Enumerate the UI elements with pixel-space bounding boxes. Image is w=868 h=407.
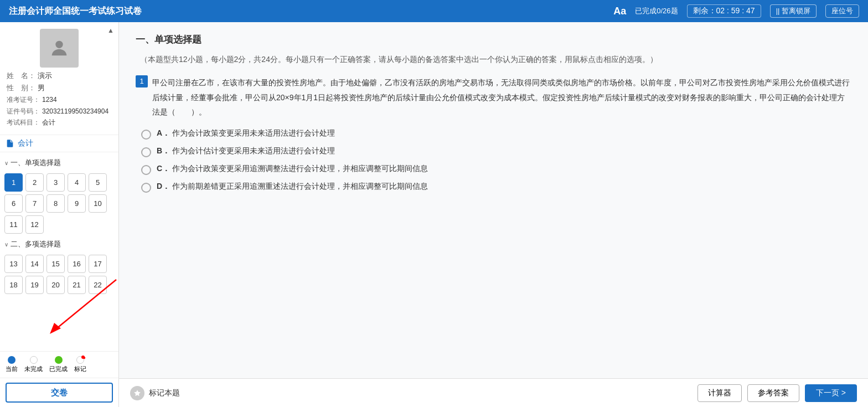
question-btn-2[interactable]: 2 bbox=[25, 173, 44, 192]
name-label: 姓 名： bbox=[7, 70, 35, 82]
subject-nav[interactable]: 会计 bbox=[0, 135, 118, 152]
timer-box: 剩余：02 : 59 : 47 bbox=[687, 4, 761, 18]
legend-area: 当前 未完成 已完成 ● 标记 bbox=[0, 351, 118, 378]
question-btn-1[interactable]: 1 bbox=[4, 173, 23, 192]
question-btn-21[interactable]: 21 bbox=[68, 276, 86, 294]
cert-label: 证件号码： bbox=[7, 106, 40, 117]
legend-complete-label: 已完成 bbox=[49, 365, 68, 373]
dot-complete bbox=[55, 356, 63, 364]
subject-nav-label: 会计 bbox=[18, 138, 33, 148]
section1-grid: 123456789101112 bbox=[4, 170, 114, 237]
profile-info: 姓 名： 演示 性 别： 男 准考证号： 1234 证件号码： 32032119… bbox=[7, 70, 112, 128]
profile-area: ▲ 姓 名： 演示 性 别： 男 准考证号： 1234 bbox=[0, 22, 118, 135]
legend-marked: ● 标记 bbox=[74, 356, 86, 373]
mark-button[interactable]: 标记本题 bbox=[130, 386, 180, 400]
radio-b bbox=[141, 147, 151, 157]
question-nav: ∨ 一、单项选择题 123456789101112 ∨ 二、多项选择题 1314… bbox=[0, 152, 118, 351]
question-btn-16[interactable]: 16 bbox=[68, 255, 86, 273]
section1-label: 一、单项选择题 bbox=[11, 158, 61, 168]
avatar bbox=[40, 29, 79, 68]
progress-label: 已完成0/26题 bbox=[635, 6, 678, 16]
option-label-c: C． bbox=[157, 164, 170, 173]
section1-header[interactable]: ∨ 一、单项选择题 bbox=[4, 156, 114, 170]
exam-num-label: 准考证号： bbox=[7, 94, 40, 105]
dot-current bbox=[8, 356, 16, 364]
svg-point-0 bbox=[55, 41, 63, 48]
mark-icon bbox=[130, 386, 144, 400]
collapse-profile-button[interactable]: ▲ bbox=[107, 27, 114, 34]
submit-button[interactable]: 交卷 bbox=[6, 383, 113, 403]
section2-grid: 13141516171819202122 bbox=[4, 251, 114, 297]
reference-answer-button[interactable]: 参考答案 bbox=[747, 384, 799, 402]
legend-current: 当前 bbox=[6, 356, 18, 373]
radio-c bbox=[141, 165, 151, 175]
section2-chevron: ∨ bbox=[4, 241, 8, 248]
question-btn-8[interactable]: 8 bbox=[46, 194, 65, 213]
question-btn-15[interactable]: 15 bbox=[46, 255, 65, 273]
option-a[interactable]: A．作为会计政策变更采用未来适用法进行会计处理 bbox=[141, 128, 851, 140]
option-label-b: B． bbox=[157, 146, 170, 155]
bottom-right-buttons: 计算器 参考答案 下一页 > bbox=[698, 384, 857, 402]
question-btn-17[interactable]: 17 bbox=[89, 255, 107, 273]
bookmark-icon bbox=[133, 389, 141, 397]
question-number-badge: 1 bbox=[136, 75, 148, 87]
question-btn-22[interactable]: 22 bbox=[89, 276, 107, 294]
cert-value: 320321199503234904 bbox=[42, 106, 108, 117]
timer-label: 剩余：02 : 59 : 47 bbox=[693, 6, 755, 15]
legend-complete: 已完成 bbox=[49, 356, 68, 373]
legend-marked-label: 标记 bbox=[74, 365, 86, 373]
question-btn-18[interactable]: 18 bbox=[4, 276, 23, 294]
question-btn-14[interactable]: 14 bbox=[25, 255, 44, 273]
option-label-a: A． bbox=[157, 128, 170, 137]
option-text-d: 作为前期差错更正采用追溯重述法进行会计处理，并相应调整可比期间信息 bbox=[172, 182, 428, 190]
font-icon[interactable]: Aa bbox=[613, 6, 626, 17]
legend-incomplete-label: 未完成 bbox=[24, 365, 43, 373]
question-text-content: 甲公司注册在乙市，在该市有大量的投资性房地产。由于地处偏僻，乙市没有活跃的房地产… bbox=[152, 75, 851, 120]
option-b[interactable]: B．作为会计估计变更采用未来适用法进行会计处理 bbox=[141, 146, 851, 157]
mark-label: 标记本题 bbox=[149, 388, 180, 398]
question-btn-13[interactable]: 13 bbox=[4, 255, 23, 273]
subject-value: 会计 bbox=[42, 117, 55, 128]
question-btn-10[interactable]: 10 bbox=[89, 194, 107, 213]
submit-area: 交卷 bbox=[0, 378, 118, 407]
radio-d bbox=[141, 183, 151, 193]
question-btn-5[interactable]: 5 bbox=[89, 173, 107, 192]
dot-incomplete bbox=[30, 356, 38, 364]
question-btn-4[interactable]: 4 bbox=[68, 173, 86, 192]
next-page-button[interactable]: 下一页 > bbox=[805, 384, 857, 402]
content-area: 一、单项选择题 （本题型共12小题，每小题2分，共24分。每小题只有一个正确答案… bbox=[119, 22, 868, 407]
pause-button[interactable]: || 暂离锁屏 bbox=[770, 4, 817, 18]
question-btn-3[interactable]: 3 bbox=[46, 173, 65, 192]
option-c[interactable]: C．作为会计政策变更采用追溯调整法进行会计处理，并相应调整可比期间信息 bbox=[141, 164, 851, 175]
question-btn-12[interactable]: 12 bbox=[25, 215, 44, 234]
sidebar: ▲ 姓 名： 演示 性 别： 男 准考证号： 1234 bbox=[0, 22, 119, 407]
section2-header[interactable]: ∨ 二、多项选择题 bbox=[4, 237, 114, 251]
legend-incomplete: 未完成 bbox=[24, 356, 43, 373]
section1-chevron: ∨ bbox=[4, 160, 8, 166]
option-text-b: 作为会计估计变更采用未来适用法进行会计处理 bbox=[172, 146, 335, 155]
option-text-c: 作为会计政策变更采用追溯调整法进行会计处理，并相应调整可比期间信息 bbox=[172, 164, 428, 173]
legend-current-label: 当前 bbox=[6, 365, 18, 373]
subject-label: 考试科目： bbox=[7, 117, 40, 128]
options-list: A．作为会计政策变更采用未来适用法进行会计处理 B．作为会计估计变更采用未来适用… bbox=[136, 128, 851, 193]
page-title: 注册会计师全国统一考试练习试卷 bbox=[9, 6, 142, 17]
gender-value: 男 bbox=[38, 82, 45, 94]
question-btn-20[interactable]: 20 bbox=[46, 276, 65, 294]
section-desc: （本题型共12小题，每小题2分，共24分。每小题只有一个正确答案，请从每小题的备… bbox=[136, 53, 851, 66]
option-d[interactable]: D．作为前期差错更正采用追溯重述法进行会计处理，并相应调整可比期间信息 bbox=[141, 182, 851, 193]
question-btn-7[interactable]: 7 bbox=[25, 194, 44, 213]
gender-label: 性 别： bbox=[7, 82, 35, 94]
option-label-d: D． bbox=[157, 182, 170, 190]
header-right: Aa 已完成0/26题 剩余：02 : 59 : 47 || 暂离锁屏 座位号 bbox=[613, 4, 859, 18]
bottom-toolbar: 标记本题 计算器 参考答案 下一页 > bbox=[119, 378, 868, 407]
question-btn-19[interactable]: 19 bbox=[25, 276, 44, 294]
calculator-button[interactable]: 计算器 bbox=[698, 384, 742, 402]
question-text: 1 甲公司注册在乙市，在该市有大量的投资性房地产。由于地处偏僻，乙市没有活跃的房… bbox=[136, 75, 851, 120]
question-block: 1 甲公司注册在乙市，在该市有大量的投资性房地产。由于地处偏僻，乙市没有活跃的房… bbox=[136, 75, 851, 193]
section2-label: 二、多项选择题 bbox=[11, 239, 61, 249]
seat-button[interactable]: 座位号 bbox=[825, 4, 859, 18]
question-btn-9[interactable]: 9 bbox=[68, 194, 86, 213]
question-btn-6[interactable]: 6 bbox=[4, 194, 23, 213]
question-btn-11[interactable]: 11 bbox=[4, 215, 23, 234]
option-text-a: 作为会计政策变更采用未来适用法进行会计处理 bbox=[172, 128, 335, 137]
